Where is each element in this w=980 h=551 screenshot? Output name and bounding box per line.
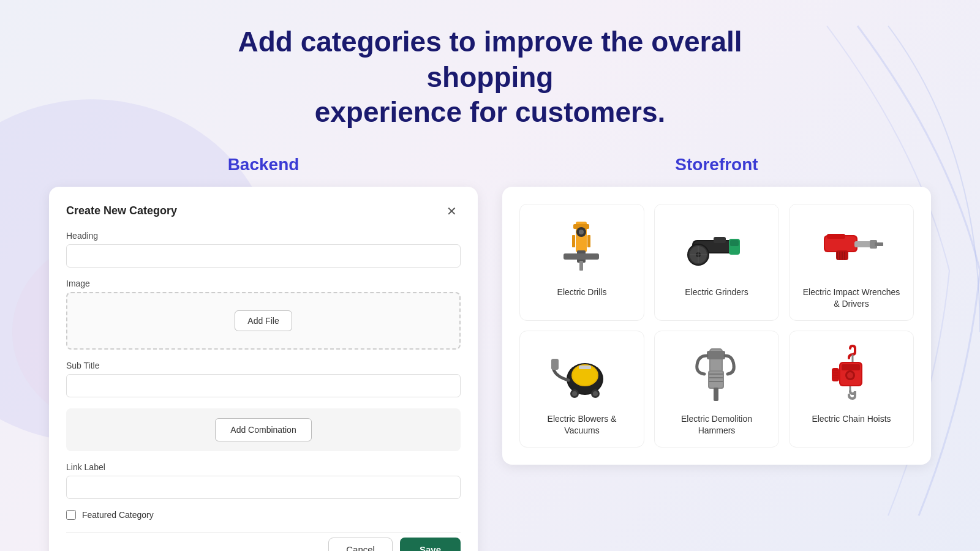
close-button[interactable]: ✕ xyxy=(443,204,461,219)
heading-input[interactable] xyxy=(66,244,461,268)
svg-rect-37 xyxy=(551,359,559,370)
svg-point-57 xyxy=(847,372,853,378)
subtitle-input[interactable] xyxy=(66,374,461,397)
category-name-electric-demolition-hammers: Electric Demolition Hammers xyxy=(665,413,769,437)
image-upload-area[interactable]: Add File xyxy=(66,292,461,350)
svg-rect-45 xyxy=(707,351,725,359)
category-card-electric-blowers[interactable]: Electric Blowers & Vacuums xyxy=(519,331,644,448)
svg-point-8 xyxy=(579,230,584,234)
add-file-button[interactable]: Add File xyxy=(235,310,292,331)
category-image-hammer xyxy=(680,343,753,405)
featured-category-row: Featured Category xyxy=(66,510,461,520)
svg-rect-5 xyxy=(579,261,583,271)
svg-rect-10 xyxy=(587,235,590,247)
cancel-button[interactable]: Cancel xyxy=(328,538,393,552)
link-label-input[interactable] xyxy=(66,476,461,499)
storefront-panel: Electric Drills xyxy=(502,187,931,465)
create-category-panel: Create New Category ✕ Heading Image Add … xyxy=(49,187,478,552)
svg-rect-26 xyxy=(875,242,883,246)
backend-label: Backend xyxy=(49,155,478,174)
backend-column: Backend Create New Category ✕ Heading Im… xyxy=(49,155,478,552)
category-card-electric-demolition-hammers[interactable]: Electric Demolition Hammers xyxy=(654,331,779,448)
svg-rect-6 xyxy=(564,253,599,260)
featured-category-label: Featured Category xyxy=(82,510,154,520)
category-card-electric-chain-hoists[interactable]: Electric Chain Hoists xyxy=(789,331,914,448)
storefront-column: Storefront xyxy=(502,155,931,465)
category-name-electric-grinders: Electric Grinders xyxy=(685,287,748,299)
svg-rect-48 xyxy=(714,388,718,401)
add-combination-button[interactable]: Add Combination xyxy=(215,418,311,441)
combination-area: Add Combination xyxy=(66,408,461,451)
subtitle-group: Sub Title xyxy=(66,361,461,397)
svg-rect-9 xyxy=(572,235,575,247)
subtitle-label: Sub Title xyxy=(66,361,461,370)
category-name-electric-chain-hoists: Electric Chain Hoists xyxy=(812,413,891,425)
category-grid: Electric Drills xyxy=(519,204,914,448)
category-card-electric-drills[interactable]: Electric Drills xyxy=(519,204,644,321)
link-label-label: Link Label xyxy=(66,462,461,472)
category-name-electric-blowers: Electric Blowers & Vacuums xyxy=(530,413,634,437)
category-card-electric-grinders[interactable]: Electric Grinders xyxy=(654,204,779,321)
category-image-vacuum xyxy=(545,343,619,405)
category-image-hoist xyxy=(815,343,888,405)
panel-title: Create New Category xyxy=(66,204,177,217)
category-name-electric-drills: Electric Drills xyxy=(557,287,607,299)
panel-header: Create New Category ✕ xyxy=(66,204,461,219)
svg-rect-21 xyxy=(714,237,726,243)
featured-category-checkbox[interactable] xyxy=(66,510,76,520)
storefront-label: Storefront xyxy=(502,155,931,174)
heading-label: Heading xyxy=(66,231,461,241)
save-button[interactable]: Save xyxy=(400,538,461,552)
svg-rect-42 xyxy=(579,365,591,369)
category-image-wrench xyxy=(815,217,888,278)
category-name-electric-impact-wrenches: Electric Impact Wrenches & Drivers xyxy=(799,287,903,310)
svg-point-41 xyxy=(593,391,598,396)
svg-rect-20 xyxy=(730,240,739,246)
image-label: Image xyxy=(66,279,461,288)
image-group: Image Add File xyxy=(66,279,461,350)
svg-rect-28 xyxy=(827,234,845,239)
heading-group: Heading xyxy=(66,231,461,268)
category-image-drill xyxy=(545,217,619,278)
page-title: Add categories to improve the overall sh… xyxy=(214,24,766,130)
svg-point-40 xyxy=(572,391,577,396)
svg-rect-59 xyxy=(832,368,839,381)
form-actions: Cancel Save xyxy=(66,532,461,552)
link-label-group: Link Label xyxy=(66,462,461,499)
category-card-electric-impact-wrenches[interactable]: Electric Impact Wrenches & Drivers xyxy=(789,204,914,321)
svg-rect-55 xyxy=(842,364,860,370)
category-image-grinder xyxy=(680,217,753,278)
